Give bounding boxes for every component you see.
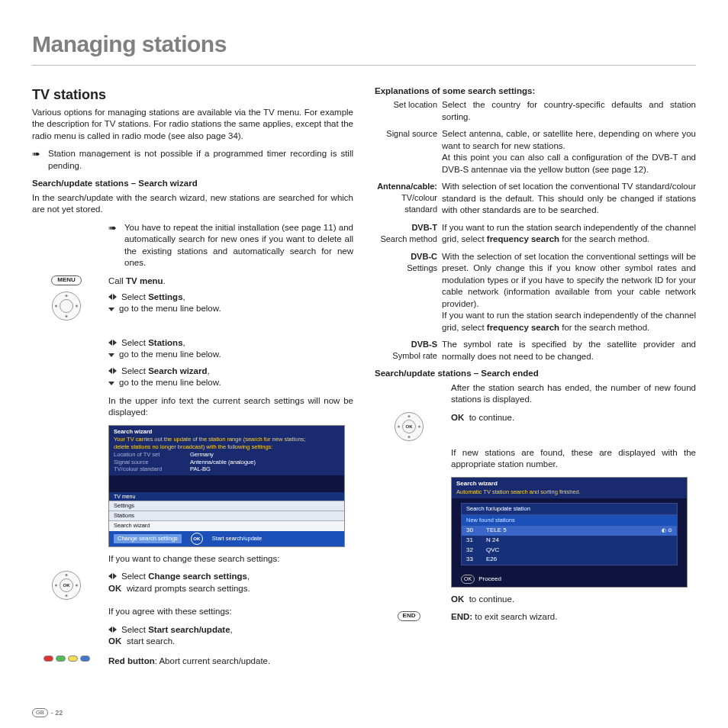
left-column: TV stations Various options for managing… — [32, 85, 353, 672]
definition-row: Antenna/cable:TV/colourstandardWith sele… — [375, 181, 696, 217]
menu-button-label: MENU — [51, 275, 82, 285]
note-text: Station management is not possible if a … — [48, 148, 353, 172]
definition-row: Signal sourceSelect antenna, cable, or s… — [375, 128, 696, 176]
subhead: Search/update stations – Search wizard — [32, 178, 353, 190]
section-heading: TV stations — [32, 85, 353, 104]
text: If you agree with these settings: — [108, 606, 353, 618]
end-button-icon: END — [375, 611, 443, 621]
pointer-icon: ➠ — [108, 222, 119, 269]
tv-screenshot: Search wizard Automatic TV station searc… — [451, 477, 688, 588]
station-row: 31N 24 — [462, 536, 677, 546]
definitions-list: Set locationSelect the country for count… — [375, 99, 696, 362]
step-text: Call TV menu. — [108, 275, 353, 288]
info-text: In the upper info text the current searc… — [108, 395, 353, 419]
subhead: Explanations of some search settings: — [375, 85, 696, 98]
step-row: END END: to exit search wizard. — [375, 611, 696, 623]
note-hang: ➠ Station management is not possible if … — [32, 148, 353, 172]
definition-row: DVB-CSettingsWith the selection of set l… — [375, 251, 696, 334]
step-row: MENU Call TV menu. — [32, 275, 353, 288]
nav-wheel-icon — [32, 292, 101, 321]
definition-row: DVB-TSearch methodIf you want to run the… — [375, 222, 696, 246]
step-row: OK Select Change search settings, OKwiza… — [32, 571, 353, 603]
ok-wheel-icon: OK — [375, 412, 443, 441]
subhead: Search/update stations – Search ended — [375, 368, 696, 380]
station-status-icon: ◐ ⊙ — [662, 527, 672, 535]
note-hang: ➠ You have to repeat the initial install… — [108, 222, 353, 269]
page-title: Managing stations — [32, 29, 696, 60]
region-badge: GB — [32, 708, 48, 717]
pointer-icon: ➠ — [32, 148, 43, 172]
station-row: 30TELE 5◐ ⊙ — [462, 526, 677, 536]
page-footer: GB - 22 — [32, 708, 63, 717]
text: If new stations are found, these are dis… — [451, 447, 696, 471]
text: After the station search has ended, the … — [451, 382, 696, 406]
step-row: Red button: Abort current search/update. — [32, 656, 353, 668]
subdesc: In the search/update with the search wiz… — [32, 192, 353, 216]
definition-row: Set locationSelect the country for count… — [375, 99, 696, 123]
text: If you want to change these search setti… — [108, 553, 353, 565]
ok-wheel-icon: OK — [32, 571, 101, 600]
page-number: - 22 — [51, 708, 63, 717]
step-row: OK OK to continue. — [375, 412, 696, 444]
definition-row: DVB-SSymbol rateThe symbol rate is speci… — [375, 339, 696, 362]
columns: TV stations Various options for managing… — [32, 85, 696, 672]
station-row: 32QVC — [462, 546, 677, 556]
colour-buttons-icon — [32, 656, 101, 662]
right-column: Explanations of some search settings: Se… — [375, 85, 696, 672]
step-row: Select Settings, go to the menu line bel… — [32, 292, 353, 334]
menu-button-icon: MENU — [32, 275, 101, 285]
intro-para: Various options for managing stations ar… — [32, 107, 353, 143]
note-text: You have to repeat the initial installat… — [124, 222, 353, 269]
divider — [32, 65, 696, 66]
tv-screenshot: Search wizard Your TV carries out the up… — [108, 425, 345, 547]
station-row: 33E26 — [462, 555, 677, 565]
